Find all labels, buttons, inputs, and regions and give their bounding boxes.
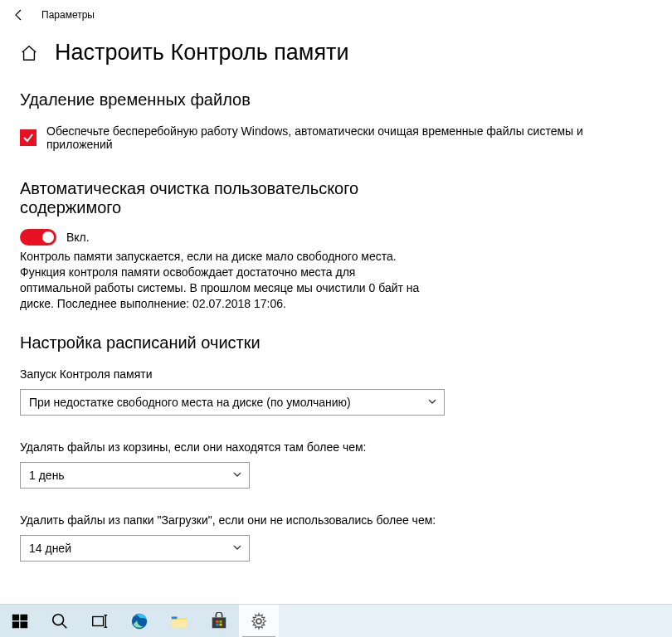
checkbox-icon: [20, 129, 37, 146]
content: Настроить Контроль памяти Удаление време…: [0, 30, 672, 562]
search-icon: [51, 612, 69, 630]
checkbox-temp-files[interactable]: Обеспечьте бесперебойную работу Windows,…: [20, 124, 652, 151]
downloads-label: Удалить файлы из папки "Загрузки", если …: [20, 513, 468, 527]
auto-description: Контроль памяти запускается, если на дис…: [20, 249, 426, 312]
svg-rect-13: [212, 617, 226, 628]
section-title-temp: Удаление временных файлов: [20, 90, 652, 109]
task-view-icon: [90, 612, 109, 630]
dropdown-recycle[interactable]: 1 день: [20, 462, 250, 489]
edge-icon: [130, 612, 149, 630]
toggle-switch[interactable]: [20, 229, 56, 246]
chevron-down-icon: [232, 469, 242, 481]
svg-rect-2: [12, 621, 19, 628]
dropdown-run[interactable]: При недостатке свободного места на диске…: [20, 389, 445, 416]
gear-icon: [250, 612, 268, 630]
chevron-down-icon: [232, 542, 242, 554]
start-button[interactable]: [0, 605, 40, 638]
dropdown-run-value: При недостатке свободного места на диске…: [29, 396, 351, 409]
folder-icon: [170, 612, 188, 630]
taskbar-store[interactable]: [199, 605, 239, 638]
svg-rect-12: [172, 616, 177, 619]
dropdown-downloads[interactable]: 14 дней: [20, 535, 250, 562]
svg-rect-3: [20, 621, 27, 628]
windows-icon: [11, 612, 29, 630]
svg-rect-16: [216, 623, 218, 625]
svg-rect-0: [12, 614, 19, 620]
section-title-auto: Автоматическая очистка пользовательского…: [20, 179, 402, 217]
svg-point-4: [53, 614, 64, 625]
dropdown-recycle-value: 1 день: [29, 469, 65, 482]
svg-rect-15: [219, 620, 222, 623]
svg-rect-6: [93, 616, 104, 625]
page-header: Настроить Контроль памяти: [20, 40, 652, 66]
svg-line-5: [62, 623, 67, 628]
checkbox-label: Обеспечьте бесперебойную работу Windows,…: [46, 124, 652, 151]
titlebar-label: Параметры: [41, 9, 95, 21]
taskbar-remaining: [279, 605, 672, 637]
svg-rect-1: [20, 614, 27, 620]
arrow-left-icon: [12, 8, 26, 22]
taskbar-edge[interactable]: [119, 605, 159, 638]
svg-rect-11: [172, 620, 187, 627]
svg-rect-17: [219, 623, 222, 625]
home-icon: [20, 44, 38, 62]
back-button[interactable]: [7, 2, 32, 27]
toggle-state-label: Вкл.: [66, 231, 90, 244]
task-view-button[interactable]: [80, 605, 119, 638]
dropdown-downloads-value: 14 дней: [29, 542, 71, 555]
run-label: Запуск Контроля памяти: [20, 367, 468, 381]
taskbar-settings[interactable]: [239, 605, 279, 638]
store-icon: [210, 612, 228, 630]
recycle-label: Удалять файлы из корзины, если они наход…: [20, 440, 468, 454]
page-title: Настроить Контроль памяти: [55, 40, 348, 66]
search-button[interactable]: [40, 605, 80, 638]
chevron-down-icon: [427, 396, 437, 408]
svg-rect-14: [216, 620, 218, 623]
taskbar-explorer[interactable]: [159, 605, 199, 638]
toggle-storage-sense[interactable]: Вкл.: [20, 229, 652, 246]
section-title-schedule: Настройка расписаний очистки: [20, 333, 652, 353]
taskbar: [0, 604, 672, 637]
toggle-knob: [42, 231, 54, 243]
svg-point-18: [256, 619, 261, 624]
titlebar: Параметры: [0, 0, 672, 30]
